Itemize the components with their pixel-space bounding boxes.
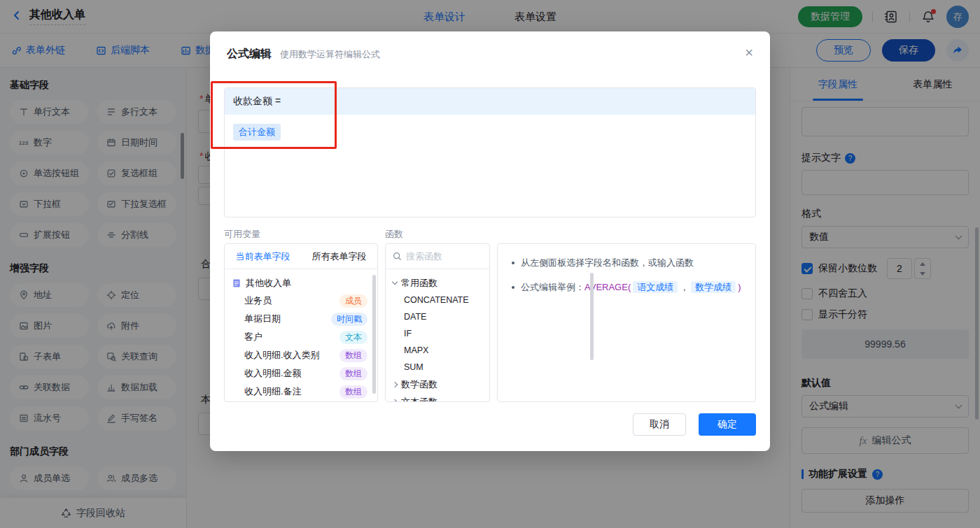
function-group-common[interactable]: 常用函数 [393,274,482,292]
bullet-icon [512,286,514,289]
variables-label: 可用变量 [224,228,260,241]
caret-right-icon [392,399,398,402]
modal-title: 公式编辑 [227,47,272,62]
function-search-input[interactable]: 搜索函数 [386,244,489,269]
caret-down-icon [392,279,398,285]
caret-right-icon [392,381,398,387]
function-group-text[interactable]: 文本函数 [393,393,482,402]
tab-current-form-fields[interactable]: 当前表单字段 [225,244,301,269]
tab-all-form-fields[interactable]: 所有表单字段 [301,244,377,269]
variable-row[interactable]: 收入明细.金额数组 [232,364,370,383]
variables-tree-root[interactable]: 其他收入单 [232,274,370,292]
modal-subtitle: 使用数学运算符编辑公式 [280,48,380,61]
type-badge: 数组 [340,385,368,399]
variable-row[interactable]: 业务员成员 [232,292,370,310]
functions-scrollbar-thumb[interactable] [590,273,594,360]
example-field-chip: 数学成绩 [691,281,736,293]
function-item[interactable]: SUM [393,359,482,376]
functions-label: 函数 [385,228,403,241]
tip-line-2: 公式编辑举例：AVERAGE(语文成绩，数学成绩) [512,280,741,294]
type-badge: 时间戳 [331,313,368,326]
function-item[interactable]: CONCATENATE [393,292,482,308]
app-screen: 其他收入单 表单设计 表单设置 数据管理 [0,0,980,528]
variables-scrollbar-thumb[interactable] [372,275,376,394]
variable-row[interactable]: 单据日期时间戳 [232,310,370,328]
tip-line-1: 从左侧面板选择字段名和函数，或输入函数 [512,256,741,270]
type-badge: 数组 [340,349,368,362]
variable-row[interactable]: 收入明细.备注数组 [232,383,370,401]
type-badge: 数组 [340,367,368,380]
function-search-placeholder: 搜索函数 [406,250,442,263]
annotation-red-box [211,81,337,149]
variable-row[interactable]: 客户文本 [232,328,370,346]
function-group-math[interactable]: 数学函数 [393,376,482,393]
bullet-icon [512,262,514,264]
variable-row[interactable]: 收入明细.收入类别数组 [232,346,370,364]
functions-panel: 搜索函数 常用函数 CONCATENATE DATE IF MAPX SUM 数… [385,243,490,402]
variables-panel: 当前表单字段 所有表单字段 其他收入单 业务员成员 单据日期时间戳 客户文本 收… [224,243,378,402]
document-icon [232,278,241,288]
confirm-button[interactable]: 确定 [699,413,756,436]
function-item[interactable]: IF [393,325,482,342]
type-badge: 文本 [340,331,368,344]
example-field-chip: 语文成绩 [633,281,678,293]
tips-panel: 从左侧面板选择字段名和函数，或输入函数 公式编辑举例：AVERAGE(语文成绩，… [497,243,756,402]
function-item[interactable]: MAPX [393,342,482,359]
close-icon[interactable]: × [745,45,753,59]
search-icon [393,252,402,261]
cancel-button[interactable]: 取消 [633,413,686,436]
type-badge: 成员 [340,294,368,308]
function-item[interactable]: DATE [393,308,482,325]
